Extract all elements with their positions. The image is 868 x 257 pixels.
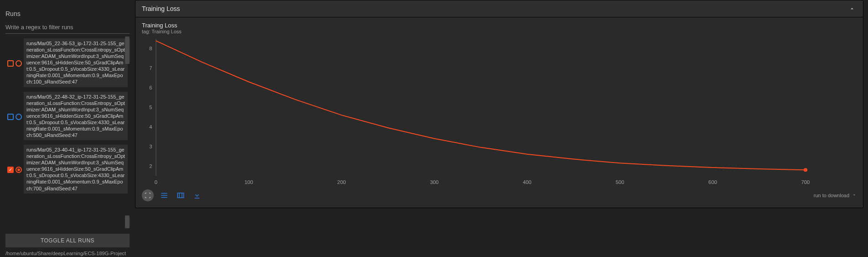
run-radio[interactable] (16, 167, 22, 173)
filter-input[interactable] (5, 22, 130, 34)
chart-subtitle: tag: Training Loss (142, 29, 857, 34)
chevron-down-icon (852, 193, 857, 198)
panel-title: Training Loss (142, 5, 180, 12)
svg-text:3: 3 (149, 144, 152, 149)
run-label: runs/Mar05_23-40-41_ip-172-31-25-155_gen… (24, 145, 128, 194)
runs-list: runs/Mar05_22-36-53_ip-172-31-25-155_gen… (5, 37, 130, 231)
filter-wrap (5, 22, 130, 34)
svg-text:6: 6 (149, 85, 152, 90)
collapse-icon[interactable] (847, 4, 857, 13)
toggle-all-runs-button[interactable]: TOGGLE ALL RUNS (5, 234, 130, 247)
svg-text:100: 100 (244, 179, 253, 185)
panel-header[interactable]: Training Loss (135, 0, 863, 17)
chart-title: Training Loss (142, 22, 857, 29)
svg-text:500: 500 (616, 179, 624, 185)
chart[interactable]: 01002003004005006007002345678 (142, 36, 857, 187)
chart-footer: run to download (142, 189, 857, 201)
run-label: runs/Mar05_22-48-32_ip-172-31-25-155_gen… (24, 92, 128, 141)
main: Training Loss Training Loss tag: Trainin… (135, 0, 868, 257)
svg-text:0: 0 (155, 179, 157, 185)
expand-chart-icon[interactable] (142, 189, 154, 201)
svg-text:700: 700 (801, 179, 810, 185)
scrollbar-thumb[interactable] (125, 37, 130, 64)
svg-point-17 (804, 168, 807, 172)
run-download-label: run to download (814, 193, 849, 198)
runs-section-label: Runs (5, 10, 130, 17)
run-radio[interactable] (16, 60, 22, 67)
download-icon[interactable] (191, 189, 203, 201)
svg-text:600: 600 (708, 179, 717, 185)
logdir-path: /home/ubuntu/Share/deepLearning/ECS-189G… (5, 250, 130, 257)
run-checkbox[interactable] (7, 60, 14, 67)
svg-text:8: 8 (149, 46, 152, 52)
svg-text:5: 5 (149, 105, 152, 110)
training-loss-panel: Training Loss Training Loss tag: Trainin… (135, 0, 863, 208)
svg-text:4: 4 (149, 124, 152, 130)
svg-text:200: 200 (337, 179, 346, 185)
svg-text:2: 2 (149, 163, 152, 169)
run-download-select[interactable]: run to download (814, 193, 857, 198)
run-item[interactable]: ✓runs/Mar05_23-40-41_ip-172-31-25-155_ge… (5, 143, 130, 195)
chart-svg[interactable]: 01002003004005006007002345678 (142, 36, 857, 187)
fit-domain-icon[interactable] (175, 189, 187, 201)
svg-text:300: 300 (430, 179, 439, 185)
list-icon[interactable] (158, 189, 170, 201)
svg-text:400: 400 (523, 179, 531, 185)
sidebar: Runs runs/Mar05_22-36-53_ip-172-31-25-15… (0, 0, 135, 257)
run-item[interactable]: runs/Mar05_22-48-32_ip-172-31-25-155_gen… (5, 90, 130, 142)
run-checkbox[interactable]: ✓ (7, 167, 14, 173)
scrollbar-thumb[interactable] (125, 215, 130, 228)
run-checkbox[interactable] (7, 114, 14, 120)
panel-body: Training Loss tag: Training Loss 0100200… (135, 17, 863, 208)
chart-tools (142, 189, 203, 201)
run-label: runs/Mar05_22-36-53_ip-172-31-25-155_gen… (24, 38, 128, 87)
run-radio[interactable] (16, 114, 22, 120)
run-item[interactable]: runs/Mar05_22-36-53_ip-172-31-25-155_gen… (5, 37, 130, 89)
svg-text:7: 7 (149, 65, 152, 71)
